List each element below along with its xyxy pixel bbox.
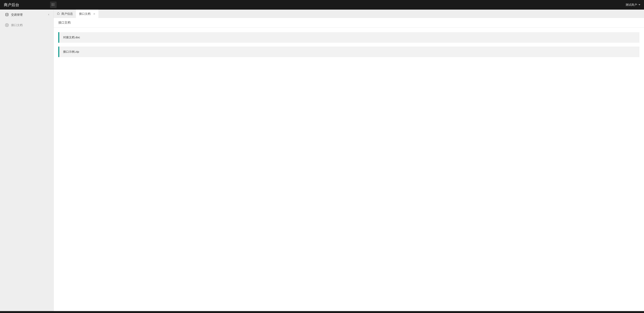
tab-label: 接口文档 <box>79 12 90 16</box>
user-menu[interactable]: 测试商户 <box>626 3 640 7</box>
chevron-left-icon <box>47 13 50 16</box>
sidebar-item-label: 接口文档 <box>11 23 50 27</box>
file-row[interactable]: 对接文档.doc <box>58 32 640 43</box>
svg-point-8 <box>6 25 8 26</box>
user-name: 测试商户 <box>626 3 637 7</box>
gear-icon <box>5 23 9 27</box>
page-title: 接口文档 <box>54 18 644 27</box>
footer-bar <box>0 311 644 313</box>
svg-point-2 <box>52 4 52 4</box>
home-icon <box>57 12 60 16</box>
svg-point-4 <box>52 5 52 5</box>
main: 商户信息 接口文档 接口文档 对接文档.doc 接口示例.zi <box>54 9 644 311</box>
tab-merchant-info[interactable]: 商户信息 <box>54 9 76 18</box>
database-icon <box>5 13 9 17</box>
svg-point-0 <box>52 3 52 4</box>
tab-api-docs[interactable]: 接口文档 <box>76 9 98 18</box>
caret-down-icon <box>638 3 640 6</box>
brand-title: 商户后台 <box>4 2 51 7</box>
sidebar-toggle-button[interactable] <box>50 1 56 8</box>
sidebar: 交易管理 接口文档 <box>0 9 54 311</box>
sidebar-item-transactions[interactable]: 交易管理 <box>0 9 54 20</box>
file-row[interactable]: 接口示例.zip <box>58 46 640 57</box>
svg-marker-6 <box>638 4 640 5</box>
topbar: 商户后台 测试商户 <box>0 0 644 9</box>
svg-point-7 <box>6 13 8 14</box>
tab-label: 商户信息 <box>61 12 73 16</box>
file-name: 对接文档.doc <box>63 36 80 39</box>
tabs: 商户信息 接口文档 <box>54 9 644 18</box>
file-name: 接口示例.zip <box>63 50 79 54</box>
close-icon <box>93 12 95 15</box>
sidebar-item-label: 交易管理 <box>11 13 45 17</box>
tab-close-button[interactable] <box>93 12 95 15</box>
sidebar-item-api-docs[interactable]: 接口文档 <box>0 20 54 30</box>
content: 对接文档.doc 接口示例.zip <box>54 27 644 311</box>
list-icon <box>52 3 55 7</box>
